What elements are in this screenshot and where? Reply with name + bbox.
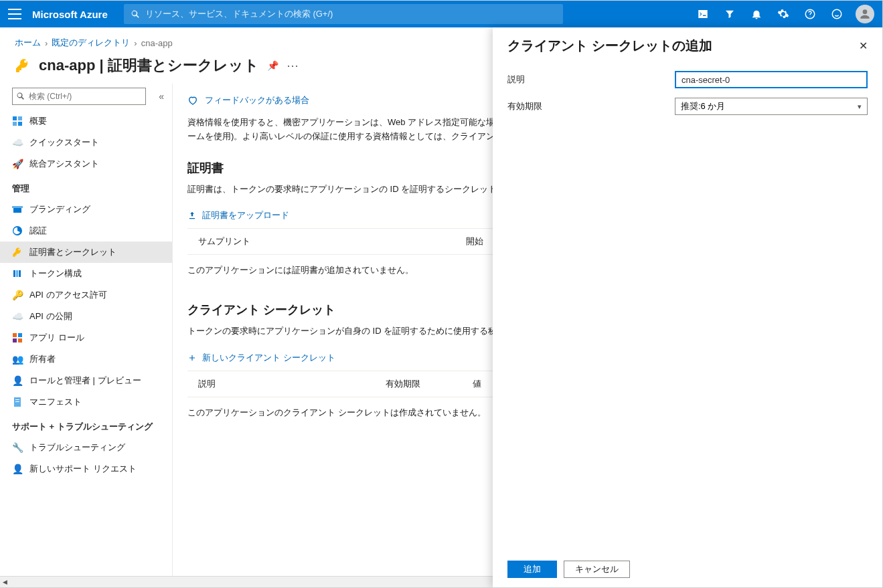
sidebar-item-label: マニフェスト: [29, 396, 82, 408]
rocket-icon: 🚀: [12, 159, 23, 169]
sidebar-item-label: 概要: [29, 115, 47, 127]
collapse-icon[interactable]: «: [159, 91, 164, 102]
sidebar-item-label: API のアクセス許可: [29, 289, 107, 301]
global-search[interactable]: リソース、サービス、ドキュメントの検索 (G+/): [124, 4, 563, 24]
owners-icon: 👥: [12, 354, 23, 365]
quickstart-icon: ☁️: [12, 137, 23, 148]
help-icon[interactable]: [797, 1, 823, 27]
svg-rect-14: [15, 399, 19, 400]
close-icon[interactable]: ✕: [859, 39, 868, 52]
sidebar-item[interactable]: 🔧トラブルシューティング: [0, 437, 172, 458]
sidebar-item-label: 認証: [29, 225, 47, 237]
breadcrumb-home[interactable]: ホーム: [15, 37, 41, 49]
support-icon: 👤: [12, 464, 23, 474]
svg-rect-9: [13, 333, 17, 337]
svg-rect-0: [13, 116, 17, 120]
sidebar-item[interactable]: 証明書とシークレット: [0, 241, 172, 263]
panel-label-exp: 有効期限: [507, 100, 675, 112]
svg-rect-12: [18, 338, 22, 342]
sidebar-item[interactable]: トークン構成: [0, 263, 172, 284]
sidebar-item-label: トラブルシューティング: [29, 442, 125, 454]
filter-icon[interactable]: [716, 1, 743, 27]
sidebar-item-label: 統合アシスタント: [29, 158, 99, 170]
sidebar-item[interactable]: 認証: [0, 220, 172, 241]
overview-icon: [12, 116, 23, 126]
key-icon: [12, 247, 23, 258]
svg-rect-3: [18, 122, 22, 126]
more-icon[interactable]: ⋯: [287, 58, 299, 73]
sidebar-item[interactable]: ☁️API の公開: [0, 306, 172, 327]
approle-icon: [12, 332, 23, 343]
gear-icon[interactable]: [770, 1, 797, 27]
nav-group-support: サポート + トラブルシューティング: [0, 413, 172, 437]
sidebar-item-label: トークン構成: [29, 268, 82, 280]
svg-rect-8: [19, 270, 21, 277]
chevron-down-icon: ▾: [858, 102, 862, 111]
sidebar-item-label: API の公開: [29, 310, 72, 322]
sidebar-item[interactable]: 概要: [0, 110, 172, 132]
heart-icon: [187, 95, 198, 106]
search-icon: [16, 92, 25, 100]
sidebar-item-label: 証明書とシークレット: [29, 246, 116, 258]
svg-rect-5: [12, 206, 23, 208]
feedback-icon[interactable]: [823, 1, 850, 27]
secret-th-desc: 説明: [198, 378, 386, 390]
secret-expiry-select[interactable]: 推奨:6 か月 ▾: [675, 98, 868, 115]
brand-label[interactable]: Microsoft Azure: [32, 9, 108, 20]
svg-rect-10: [18, 333, 22, 337]
branding-icon: [12, 204, 23, 215]
upload-cert-label: 証明書をアップロード: [202, 209, 289, 221]
add-secret-panel: クライアント シークレットの追加 ✕ 説明 有効期限 推奨:6 か月 ▾ 追加 …: [493, 27, 882, 587]
token-icon: [12, 268, 23, 279]
sidebar-item[interactable]: 👤新しいサポート リクエスト: [0, 458, 172, 480]
sidebar: « 概要☁️クイックスタート🚀統合アシスタント 管理 ブランディング認証証明書と…: [0, 84, 173, 587]
bell-icon[interactable]: [743, 1, 770, 27]
svg-rect-4: [13, 207, 21, 213]
cert-th-start: 開始: [466, 235, 483, 248]
sidebar-item-label: ブランディング: [29, 203, 90, 215]
add-button[interactable]: 追加: [507, 561, 557, 578]
pin-icon[interactable]: 📌: [267, 60, 278, 71]
feedback-label: フィードバックがある場合: [205, 94, 309, 106]
sidebar-item-label: ロールと管理者 | プレビュー: [29, 375, 141, 387]
plus-icon: [187, 353, 197, 363]
secret-th-value: 値: [473, 378, 481, 390]
cloud-shell-icon[interactable]: [690, 1, 716, 27]
breadcrumb-dir[interactable]: 既定のディレクトリ: [52, 37, 130, 49]
sidebar-item[interactable]: 🚀統合アシスタント: [0, 153, 172, 175]
page-title: cna-app | 証明書とシークレット: [39, 56, 259, 76]
sidebar-item[interactable]: ブランディング: [0, 199, 172, 220]
new-secret-label: 新しいクライアント シークレット: [202, 352, 335, 364]
svg-rect-7: [16, 270, 18, 277]
sidebar-item[interactable]: ☁️クイックスタート: [0, 132, 172, 153]
apiperm-icon: 🔑: [12, 290, 23, 300]
apiexp-icon: ☁️: [12, 311, 23, 322]
sidebar-item[interactable]: 👥所有者: [0, 349, 172, 370]
chevron-right-icon: ›: [45, 38, 48, 48]
cert-th-fingerprint: サムプリント: [198, 235, 466, 248]
avatar[interactable]: [856, 5, 874, 23]
sidebar-item[interactable]: 👤ロールと管理者 | プレビュー: [0, 370, 172, 391]
sidebar-item[interactable]: マニフェスト: [0, 391, 172, 413]
sidebar-item-label: クイックスタート: [29, 136, 99, 149]
sidebar-item-label: 新しいサポート リクエスト: [29, 463, 137, 475]
sidebar-item-label: 所有者: [29, 353, 56, 365]
svg-rect-6: [13, 270, 15, 277]
svg-rect-11: [13, 338, 17, 342]
manifest-icon: [12, 397, 23, 407]
sidebar-item-label: アプリ ロール: [29, 332, 84, 344]
key-icon: [15, 58, 31, 74]
chevron-right-icon: ›: [134, 38, 137, 48]
search-icon: [131, 9, 140, 19]
nav-group-manage: 管理: [0, 175, 172, 199]
sidebar-item[interactable]: 🔑API のアクセス許可: [0, 284, 172, 306]
menu-icon[interactable]: [8, 9, 21, 19]
svg-rect-15: [15, 401, 19, 402]
sidebar-item[interactable]: アプリ ロール: [0, 327, 172, 349]
breadcrumb-current: cna-app: [141, 38, 173, 48]
secret-description-input[interactable]: [675, 71, 868, 88]
sidebar-search-input[interactable]: [12, 88, 146, 105]
panel-title: クライアント シークレットの追加: [507, 37, 712, 55]
svg-rect-1: [18, 116, 22, 120]
cancel-button[interactable]: キャンセル: [564, 561, 630, 578]
